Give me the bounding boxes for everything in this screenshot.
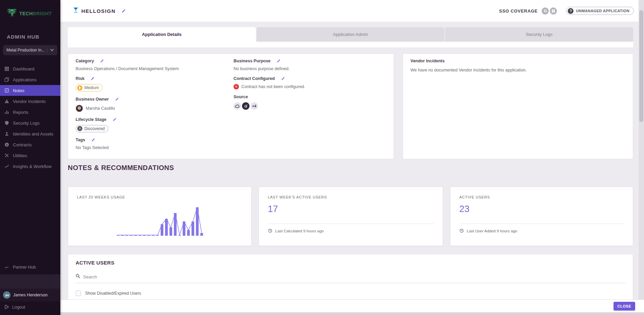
sidebar-bottom: ↩ Partner Hub JH James Henderson Logout [0, 262, 60, 315]
hellosign-logo-icon [73, 7, 78, 15]
bar-chart-icon [4, 109, 9, 115]
edit-business-purpose-button[interactable] [277, 59, 281, 63]
sso-coverage-label: SSO COVERAGE [499, 8, 538, 14]
source-field: Source +4 [234, 94, 386, 110]
tab-application-details[interactable]: Application Details [68, 27, 256, 42]
usage-bar [196, 207, 199, 236]
sidebar-item-notes[interactable]: Notes [0, 85, 60, 96]
app-window: TECHBRIGHT ADMIN HUB Metal Production In… [0, 0, 644, 315]
stacked-apps-icon [4, 77, 9, 82]
tab-security-logs[interactable]: Security Logs [445, 27, 633, 42]
tools-icon [4, 153, 9, 158]
edit-app-name-button[interactable] [121, 9, 126, 13]
owner-avatar [76, 105, 83, 112]
clock-history-icon [459, 228, 464, 234]
logout-button[interactable]: Logout [0, 301, 60, 313]
edit-tags-button[interactable] [91, 138, 95, 142]
search-input[interactable] [83, 274, 625, 279]
tags-value: No Tags Selected [76, 145, 234, 150]
tab-label: Application Details [142, 32, 182, 37]
scrollbar-thumb[interactable] [639, 10, 643, 122]
page-title: HELLOSIGN [81, 8, 116, 14]
active-users-count-title: ACTIVE USERS [459, 195, 624, 199]
edit-risk-button[interactable] [90, 77, 95, 81]
pencil-icon [91, 138, 95, 142]
contract-configured-label: Contract Configured [234, 76, 275, 81]
sidebar-item-vendor-incidents[interactable]: Vendor Incidents [0, 96, 60, 107]
usage-bar [187, 230, 190, 236]
pencil-icon [100, 59, 104, 63]
main-panel: HELLOSIGN SSO COVERAGE G ? UNMANAGED APP… [60, 0, 644, 315]
edit-contract-button[interactable] [281, 77, 285, 81]
microsoft-sso-icon[interactable] [550, 7, 557, 15]
business-owner-field: Business Owner Marsha Castillo [76, 97, 234, 112]
usage-bar [125, 235, 128, 236]
lifecycle-stage-badge: ? Discovered [76, 125, 108, 132]
vendor-incidents-title: Vendor Incidents [410, 59, 625, 63]
google-sso-icon[interactable]: G [542, 7, 549, 15]
show-disabled-checkbox[interactable] [76, 291, 81, 296]
org-selector-dropdown[interactable]: Metal Production In... [3, 45, 57, 55]
return-arrow-icon: ↩ [4, 265, 9, 270]
sidebar-item-utilities[interactable]: Utilities [0, 150, 60, 161]
sidebar-item-partner-hub[interactable]: ↩ Partner Hub [0, 262, 60, 272]
usage-bar [165, 219, 168, 236]
sidebar-item-label: Contracts [13, 142, 32, 147]
tab-label: Security Logs [526, 32, 552, 37]
tags-field: Tags No Tags Selected [76, 138, 234, 150]
show-disabled-row: Show Disabled/Expired Users [76, 291, 625, 296]
usage-bar [183, 222, 185, 236]
sidebar-item-label: Insights & Workflow [13, 164, 52, 169]
details-right-column: Business Purpose No business purpose def… [234, 59, 386, 154]
note-pencil-icon [4, 88, 9, 93]
active-users-count-card: ACTIVE USERS 23 Last User Added 9 hours … [450, 187, 633, 246]
tab-label: Application Admin [333, 32, 368, 37]
chevron-down-icon [50, 48, 54, 52]
edit-business-owner-button[interactable] [115, 97, 119, 101]
brand: TECHBRIGHT [0, 0, 60, 19]
business-purpose-field: Business Purpose No business purpose def… [234, 59, 386, 71]
sidebar-item-label: Identities and Assets [13, 131, 53, 136]
usage-bar [134, 235, 137, 236]
business-purpose-value: No business purpose defined. [234, 66, 386, 71]
risk-badge: Medium [76, 84, 103, 91]
usage-bar [178, 235, 181, 236]
application-details-card: Category Business Operations / Document … [68, 54, 394, 159]
usage-bar [161, 224, 163, 236]
risk-medium-icon [77, 85, 82, 90]
browser-extension-source-icon [242, 102, 249, 110]
owner-name: Marsha Castillo [86, 106, 115, 111]
risk-label: Risk [76, 76, 84, 81]
sidebar-item-identities-assets[interactable]: Identities and Assets [0, 128, 60, 139]
sidebar-item-security-logs[interactable]: Security Logs [0, 118, 60, 128]
sidebar-item-insights-workflow[interactable]: Insights & Workflow [0, 161, 60, 172]
active-users-count-value: 23 [459, 204, 624, 214]
status-badge-label: UNMANAGED APPLICATION [576, 9, 629, 13]
trend-line-icon [4, 164, 9, 169]
sidebar-item-dashboard[interactable]: Dashboard [0, 63, 60, 74]
pencil-icon [90, 77, 95, 81]
partner-hub-label: Partner Hub [13, 265, 36, 270]
brand-name: TECHBRIGHT [19, 11, 52, 16]
close-button[interactable]: CLOSE [613, 302, 635, 311]
pencil-icon [281, 77, 285, 81]
tab-application-admin[interactable]: Application Admin [257, 27, 445, 42]
usage-bar [130, 235, 133, 236]
edit-category-button[interactable] [100, 59, 104, 63]
sidebar-item-contracts[interactable]: $ Contracts [0, 139, 60, 150]
divider [47, 47, 47, 53]
more-sources-count: +4 [250, 102, 258, 110]
usage-bar [143, 235, 146, 236]
category-value: Business Operations / Document Managemen… [76, 66, 234, 71]
sidebar-item-applications[interactable]: Applications [0, 74, 60, 85]
sidebar-divider-band [0, 274, 60, 289]
sidebar-item-label: Security Logs [13, 121, 40, 126]
user-menu[interactable]: JH James Henderson [0, 289, 60, 301]
category-label: Category [76, 59, 94, 63]
sidebar-item-reports[interactable]: Reports [0, 107, 60, 118]
active-users-heading: ACTIVE USERS [76, 260, 625, 266]
edit-lifecycle-stage-button[interactable] [113, 118, 117, 122]
usage-bar [174, 213, 177, 236]
shield-icon [4, 120, 9, 126]
pencil-icon [277, 59, 281, 63]
